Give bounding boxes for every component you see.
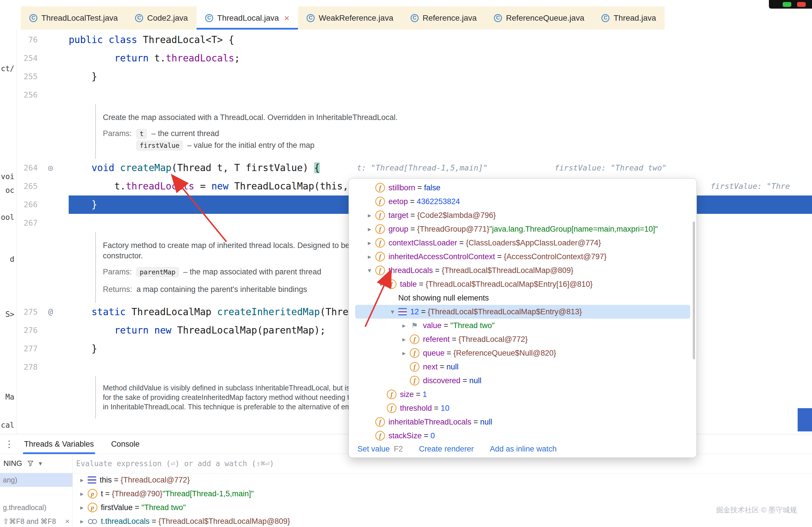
record-red-button[interactable] [797, 2, 806, 7]
popup-tree-row[interactable]: fthreshold = 10 [349, 401, 696, 415]
popup-tree-row[interactable]: ▸fqueue = {ReferenceQueue$Null@820} [349, 346, 696, 360]
popup-tree-row[interactable]: ▸fcontextClassLoader = {ClassLoaders$App… [349, 236, 696, 250]
popup-tree-row[interactable]: feetop = 4362253824 [349, 195, 696, 208]
editor-tab[interactable]: CThreadLocalTest.java [21, 6, 127, 30]
popup-tree-row[interactable]: ▾12 = {ThreadLocal$ThreadLocalMap$Entry@… [355, 305, 690, 319]
editor-tab[interactable]: CThreadLocal.java× [197, 6, 298, 30]
editor-tab-bar: CThreadLocalTest.javaCCode2.javaCThreadL… [0, 0, 812, 30]
variable-name: this [100, 476, 112, 484]
variable-value: {ThreadLocal@772} [459, 335, 528, 344]
chevron-down-icon[interactable]: ▾ [375, 281, 387, 288]
line-number: 76 [28, 35, 38, 44]
tool-window-tab[interactable]: Console [103, 434, 148, 454]
chevron-down-icon[interactable]: ▾ [39, 460, 42, 467]
param-description: – the current thread [151, 129, 219, 138]
chevron-right-icon[interactable]: ▸ [364, 253, 375, 261]
chevron-right-icon[interactable]: ▸ [364, 212, 375, 219]
popup-tree-row[interactable]: fstackSize = 0 [349, 429, 696, 442]
variable-name: threshold [400, 404, 432, 413]
editor-tab[interactable]: CReference.java [402, 6, 485, 30]
frame-row[interactable]: ⇧⌘F8 and ⌘F8× [0, 514, 72, 527]
field-icon: f [375, 417, 385, 427]
tab-close-icon[interactable]: × [284, 14, 290, 23]
code-text: return t.threadLocals; [69, 49, 812, 67]
popup-tree-row[interactable]: ▾ftable = {ThreadLocal$ThreadLocalMap$En… [349, 277, 696, 291]
annotation-gutter-icon[interactable]: @ [44, 303, 57, 321]
chevron-right-icon[interactable]: ▸ [364, 239, 375, 247]
popup-tree-row[interactable]: ▸⚑value = "Thread two" [349, 319, 696, 332]
action-label: Set value [358, 445, 390, 453]
gutter: 255 [17, 67, 69, 86]
line-number: 277 [24, 344, 38, 353]
popup-tree-row[interactable]: fdiscovered = null [349, 374, 696, 388]
editor-tab[interactable]: CThread.java [593, 6, 665, 30]
variable-name: t.threadLocals [101, 517, 150, 526]
popup-action[interactable]: Add as inline watch [490, 445, 557, 453]
method-gutter-icon[interactable]: ◎ [44, 159, 57, 177]
editor-tab[interactable]: CWeakReference.java [298, 6, 402, 30]
variable-row[interactable]: ▸this = {ThreadLocal@772} [73, 473, 812, 487]
variable-value: "Thread two" [141, 503, 186, 512]
field-icon: f [387, 403, 396, 413]
filter-icon[interactable] [27, 460, 34, 467]
editor-tab[interactable]: CReferenceQueue.java [485, 6, 593, 30]
variable-row[interactable]: ▸t.threadLocals = {ThreadLocal$ThreadLoc… [73, 514, 812, 527]
frame-row[interactable]: g.threadlocal) [0, 501, 72, 514]
popup-tree-row[interactable]: fsize = 1 [349, 388, 696, 401]
left-clipped-panel: ct/voiocooldS>Macal [0, 30, 17, 434]
popup-note-row[interactable]: Not showing null elements [349, 291, 696, 305]
doc-text-line: Create the map associated with a ThreadL… [103, 112, 812, 123]
field-icon: f [387, 279, 396, 289]
chevron-right-icon[interactable]: ▸ [76, 490, 88, 498]
popup-tree-row[interactable]: finheritableThreadLocals = null [349, 415, 696, 429]
popup-tree-row[interactable]: fstillborn = false [349, 181, 696, 195]
popup-scrollbar[interactable] [693, 222, 695, 359]
variable-value: "java.lang.ThreadGroup[name=main,maxpri=… [489, 225, 658, 234]
popup-tree-row[interactable]: ▸fgroup = {ThreadGroup@771} "java.lang.T… [349, 222, 696, 236]
param-description: – the map associated with parent thread [183, 268, 321, 276]
variable-row[interactable]: ▸pfirstValue = "Thread two" [73, 501, 812, 514]
param-name-chip: parentMap [136, 267, 179, 277]
more-options-icon[interactable]: ⋮ [3, 434, 15, 454]
code-line: 264◎ void createMap(Thread t, T firstVal… [17, 159, 812, 177]
popup-action[interactable]: Set valueF2 [358, 445, 403, 453]
field-icon: f [387, 390, 396, 399]
variable-value: {ThreadLocal@772} [121, 476, 190, 484]
chevron-right-icon[interactable]: ▸ [398, 322, 410, 330]
frame-row[interactable] [0, 487, 72, 501]
gutter: 277 [17, 340, 69, 358]
popup-tree-row[interactable]: ▸freferent = {ThreadLocal@772} [349, 332, 696, 346]
class-icon: C [601, 14, 609, 22]
gutter: 267 [17, 214, 69, 232]
popup-tree-row[interactable]: ▾fthreadLocals = {ThreadLocal$ThreadLoca… [349, 264, 696, 277]
code-line: 256 [17, 86, 812, 104]
record-green-button[interactable] [783, 2, 791, 7]
chevron-right-icon[interactable]: ▸ [76, 476, 88, 484]
editor-tab[interactable]: CCode2.java [127, 6, 197, 30]
variable-name: referent [423, 335, 450, 344]
field-icon: f [410, 334, 420, 344]
popup-tree-row[interactable]: ▸finheritedAccessControlContext = {Acces… [349, 250, 696, 264]
popup-tree-row[interactable]: ▸ftarget = {Code2$lambda@796} [349, 208, 696, 222]
chevron-right-icon[interactable]: ▸ [364, 225, 375, 233]
variable-row[interactable]: ▸pt = {Thread@790} "Thread[Thread-1,5,ma… [73, 487, 812, 501]
popup-rows: fstillborn = falsefeetop = 4362253824▸ft… [349, 181, 696, 442]
chevron-right-icon[interactable]: ▸ [398, 349, 410, 357]
tool-window-tab[interactable]: Threads & Variables [15, 434, 103, 454]
chevron-right-icon[interactable]: ▸ [398, 335, 410, 343]
popup-tree-row[interactable]: fnext = null [349, 360, 696, 374]
chevron-right-icon[interactable]: ▸ [76, 517, 88, 525]
field-icon: f [375, 238, 385, 248]
popup-action[interactable]: Create renderer [419, 445, 474, 453]
chevron-right-icon[interactable]: ▸ [76, 504, 88, 512]
line-number: 265 [24, 182, 38, 191]
doc-params-label: Params: [103, 129, 136, 138]
chevron-down-icon[interactable]: ▾ [364, 267, 375, 274]
chevron-down-icon[interactable]: ▾ [387, 308, 398, 316]
code-text: void createMap(Thread t, T firstValue) {… [69, 159, 812, 177]
frame-row[interactable]: ang) [0, 473, 72, 487]
variable-name: target [389, 211, 408, 220]
doc-params-label: Params: [103, 268, 136, 276]
action-label: Create renderer [419, 445, 474, 453]
close-icon[interactable]: × [65, 517, 70, 526]
